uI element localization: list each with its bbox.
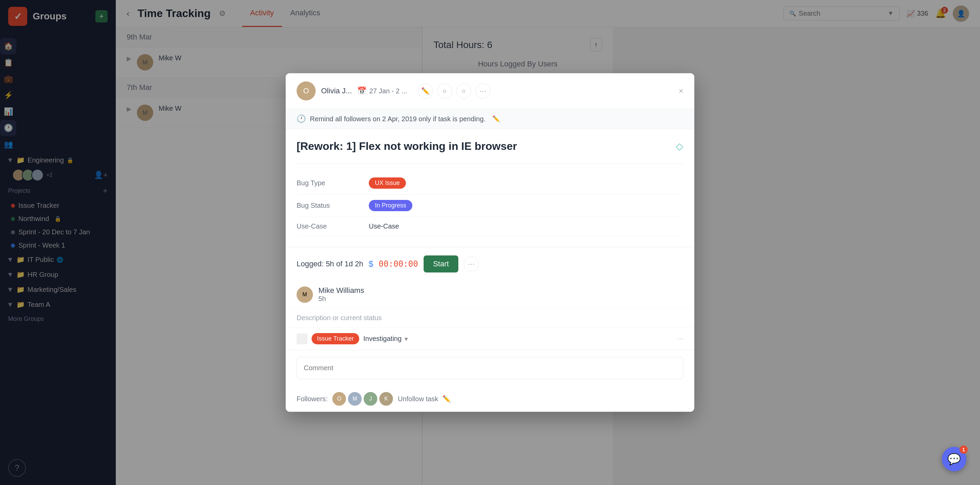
comment-input[interactable] xyxy=(297,357,683,379)
modal-description: Description or current status xyxy=(286,308,694,327)
timer-menu-button[interactable]: ⋯ xyxy=(464,256,479,272)
modal-comment-section xyxy=(286,350,694,386)
modal-time-section: Logged: 5h of 1d 2h $ 00:00:00 Start ⋯ xyxy=(286,247,694,281)
time-user-name: Mike Williams xyxy=(318,286,364,295)
time-entry: M Mike Williams 5h xyxy=(286,281,694,308)
modal-date-range: 27 Jan - 2 ... xyxy=(369,87,407,95)
bug-type-badge: UX Issue xyxy=(369,177,406,189)
tag-status-text: Investigating ▼ xyxy=(363,335,409,343)
task-fields: Bug Type UX Issue Bug Status In Progress… xyxy=(297,164,683,236)
content-area: 9th Mar ▶ M Mike W 7th Mar ▶ M Mike W xyxy=(116,27,980,485)
chat-bubble-button[interactable]: 💬 1 xyxy=(942,447,966,471)
circle-button-1[interactable]: ○ xyxy=(437,83,452,99)
pencil-icon-button[interactable]: ✏️ xyxy=(418,83,433,99)
use-case-value: Use-Case xyxy=(369,223,399,230)
more-options-button[interactable]: ⋯ xyxy=(476,83,490,99)
circle-button-2[interactable]: ○ xyxy=(456,83,471,99)
modal-date: 📅 27 Jan - 2 ... xyxy=(357,86,407,95)
reminder-edit-icon[interactable]: ✏️ xyxy=(492,115,500,122)
logged-text: Logged: 5h of 1d 2h xyxy=(297,259,363,269)
modal-header: O Olivia J... 📅 27 Jan - 2 ... ✏️ ○ ○ ⋯ … xyxy=(286,73,694,109)
field-label-use-case: Use-Case xyxy=(297,223,358,230)
modal-reminder: 🕐 Remind all followers on 2 Apr, 2019 on… xyxy=(286,109,694,129)
timer-display: 00:00:00 xyxy=(379,259,418,269)
follower-avatar-3: J xyxy=(363,391,378,406)
task-title-row: [Rework: 1] Flex not working in IE brows… xyxy=(297,140,683,153)
task-diamond-icon: ◇ xyxy=(676,141,683,152)
dollar-icon: $ xyxy=(369,259,373,269)
modal-user-name: Olivia J... xyxy=(321,86,352,95)
tag-item-box xyxy=(297,334,307,344)
calendar-icon: 📅 xyxy=(357,86,366,95)
main-area: ‹ Time Tracking ⚙ Activity Analytics 🔍 ▼… xyxy=(116,0,980,485)
follower-avatar-4: K xyxy=(379,391,394,406)
modal-tags: Issue Tracker Investigating ▼ ⋯ xyxy=(286,327,694,350)
field-row-bug-type: Bug Type UX Issue xyxy=(297,172,683,194)
field-label-bug-status: Bug Status xyxy=(297,202,358,210)
time-hours: 5h xyxy=(318,295,364,303)
followers-edit-button[interactable]: ✏️ xyxy=(442,395,451,403)
chat-icon: 💬 xyxy=(947,453,961,466)
field-label-bug-type: Bug Type xyxy=(297,179,358,187)
task-modal: O Olivia J... 📅 27 Jan - 2 ... ✏️ ○ ○ ⋯ … xyxy=(286,73,694,412)
field-row-use-case: Use-Case Use-Case xyxy=(297,217,683,236)
reminder-text: Remind all followers on 2 Apr, 2019 only… xyxy=(310,115,485,123)
field-row-bug-status: Bug Status In Progress xyxy=(297,194,683,217)
unfollow-button[interactable]: Unfollow task xyxy=(398,395,438,403)
followers-label: Followers: xyxy=(297,395,328,403)
start-timer-button[interactable]: Start xyxy=(423,256,458,272)
follower-avatar-1: O xyxy=(332,391,347,406)
modal-body: [Rework: 1] Flex not working in IE brows… xyxy=(286,129,694,247)
modal-overlay[interactable]: O Olivia J... 📅 27 Jan - 2 ... ✏️ ○ ○ ⋯ … xyxy=(116,27,980,485)
time-user-avatar: M xyxy=(297,286,313,303)
tag-actions: ⋯ xyxy=(678,336,683,342)
modal-user-avatar: O xyxy=(297,81,316,100)
tag-dropdown-icon[interactable]: ▼ xyxy=(404,336,409,342)
issue-tracker-tag: Issue Tracker xyxy=(312,333,359,344)
chat-badge: 1 xyxy=(959,445,968,454)
tag-action-dots[interactable]: ⋯ xyxy=(678,336,683,342)
modal-close-button[interactable]: × xyxy=(679,86,683,96)
time-entry-info: Mike Williams 5h xyxy=(318,286,364,303)
modal-header-actions: ✏️ ○ ○ ⋯ xyxy=(418,83,490,99)
task-title: [Rework: 1] Flex not working in IE brows… xyxy=(297,140,517,153)
follower-avatar-2: M xyxy=(347,391,362,406)
bug-status-badge: In Progress xyxy=(369,200,412,211)
modal-followers: Followers: O M J K Unfollow task ✏️ xyxy=(286,386,694,412)
clock-icon: 🕐 xyxy=(297,114,306,123)
